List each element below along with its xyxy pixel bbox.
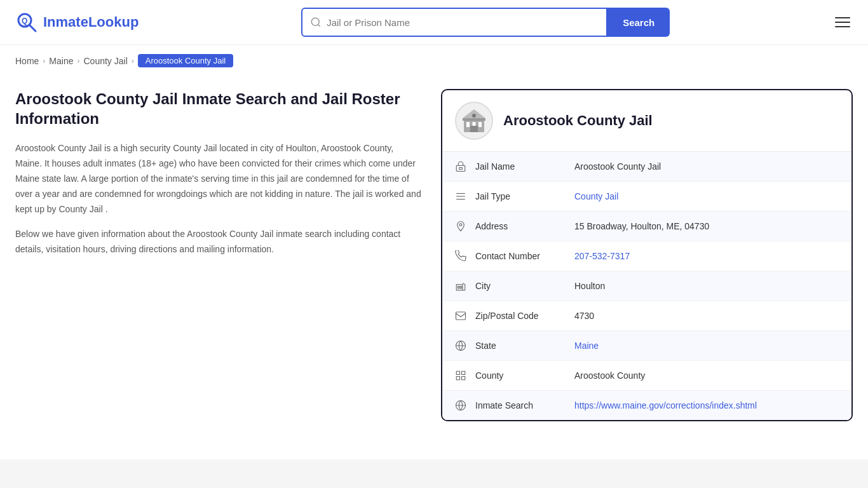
info-value[interactable]: Maine	[574, 341, 599, 351]
search-input-wrapper	[301, 8, 607, 37]
page-heading: Aroostook County Jail Inmate Search and …	[15, 89, 422, 128]
info-card-title: Aroostook County Jail	[503, 112, 653, 129]
info-rows-container: Jail NameAroostook County JailJail TypeC…	[442, 152, 851, 420]
svg-rect-13	[456, 166, 465, 172]
jail-avatar	[455, 102, 493, 140]
svg-rect-8	[478, 122, 482, 127]
info-card: Aroostook County Jail Jail NameAroostook…	[441, 89, 853, 421]
svg-point-18	[459, 224, 462, 226]
info-label: County	[473, 370, 574, 381]
svg-rect-14	[459, 168, 463, 170]
city-icon	[455, 280, 473, 292]
logo-text: InmateLookup	[43, 14, 139, 30]
breadcrumb-home[interactable]: Home	[15, 56, 39, 66]
breadcrumb-chevron-3: ›	[132, 57, 134, 65]
svg-line-1	[29, 25, 36, 31]
header: Q InmateLookup Search	[0, 0, 868, 45]
info-value-link[interactable]: 207-532-7317	[574, 251, 630, 261]
mail-icon	[455, 310, 473, 322]
footer	[0, 459, 868, 488]
left-panel: Aroostook County Jail Inmate Search and …	[15, 89, 422, 421]
globe-icon	[455, 340, 473, 351]
location-icon	[455, 220, 473, 232]
breadcrumb-county-jail[interactable]: County Jail	[84, 56, 128, 66]
info-value-link[interactable]: Maine	[574, 341, 599, 351]
svg-rect-21	[460, 287, 461, 288]
jail-building-icon	[460, 107, 488, 135]
info-label: Address	[473, 221, 574, 231]
svg-point-3	[311, 18, 319, 25]
info-row: CountyAroostook County	[442, 361, 851, 391]
info-value[interactable]: County Jail	[574, 191, 618, 201]
info-label: Contact Number	[473, 251, 574, 261]
breadcrumb-current: Aroostook County Jail	[138, 54, 233, 67]
info-row: Inmate Searchhttps://www.maine.gov/corre…	[442, 391, 851, 420]
info-row: Zip/Postal Code4730	[442, 301, 851, 331]
breadcrumb-maine[interactable]: Maine	[49, 56, 73, 66]
svg-rect-10	[463, 118, 485, 121]
info-row: StateMaine	[442, 331, 851, 361]
info-value: 15 Broadway, Houlton, ME, 04730	[574, 221, 709, 231]
jail-icon	[455, 161, 473, 172]
info-label: Inmate Search	[473, 400, 574, 410]
info-label: Zip/Postal Code	[473, 311, 574, 321]
info-card-header: Aroostook County Jail	[442, 90, 851, 152]
info-row: Contact Number207-532-7317	[442, 241, 851, 271]
right-panel: Aroostook County Jail Jail NameAroostook…	[441, 89, 853, 421]
info-label: State	[473, 341, 574, 351]
info-value[interactable]: 207-532-7317	[574, 251, 630, 261]
web-icon	[455, 400, 473, 411]
info-value-link[interactable]: https://www.maine.gov/corrections/index.…	[574, 400, 757, 410]
info-row: Jail TypeCounty Jail	[442, 182, 851, 212]
search-input[interactable]	[327, 17, 599, 28]
info-label: Jail Name	[473, 161, 574, 172]
svg-rect-9	[470, 126, 478, 132]
info-value: Aroostook County	[574, 370, 645, 381]
info-row: CityHoulton	[442, 271, 851, 301]
info-row: Jail NameAroostook County Jail	[442, 152, 851, 182]
breadcrumb: Home › Maine › County Jail › Aroostook C…	[0, 45, 868, 76]
search-bar: Search	[301, 8, 670, 37]
phone-icon	[455, 250, 473, 262]
info-value-link[interactable]: County Jail	[574, 191, 618, 201]
search-icon	[310, 17, 322, 28]
logo[interactable]: Q InmateLookup	[15, 11, 139, 34]
breadcrumb-chevron-2: ›	[78, 57, 80, 65]
list-icon	[455, 191, 473, 202]
main-content: Aroostook County Jail Inmate Search and …	[0, 76, 868, 434]
breadcrumb-chevron-1: ›	[43, 57, 45, 65]
county-icon	[455, 370, 473, 381]
svg-rect-6	[466, 122, 470, 127]
svg-line-4	[318, 24, 320, 26]
info-value: Aroostook County Jail	[574, 161, 661, 172]
description-paragraph-2: Below we have given information about th…	[15, 227, 422, 257]
info-row: Address15 Broadway, Houlton, ME, 04730	[442, 212, 851, 241]
logo-icon: Q	[15, 11, 38, 34]
search-button[interactable]: Search	[607, 8, 670, 37]
svg-point-12	[472, 114, 476, 118]
info-value: 4730	[574, 311, 594, 321]
description-paragraph-1: Aroostook County Jail is a high security…	[15, 141, 422, 217]
info-value[interactable]: https://www.maine.gov/corrections/index.…	[574, 400, 757, 410]
svg-text:Q: Q	[22, 17, 27, 25]
menu-button[interactable]	[832, 15, 853, 30]
info-value: Houlton	[574, 281, 605, 291]
info-label: Jail Type	[473, 191, 574, 201]
info-label: City	[473, 281, 574, 291]
svg-rect-22	[456, 312, 466, 320]
svg-rect-20	[458, 287, 459, 288]
